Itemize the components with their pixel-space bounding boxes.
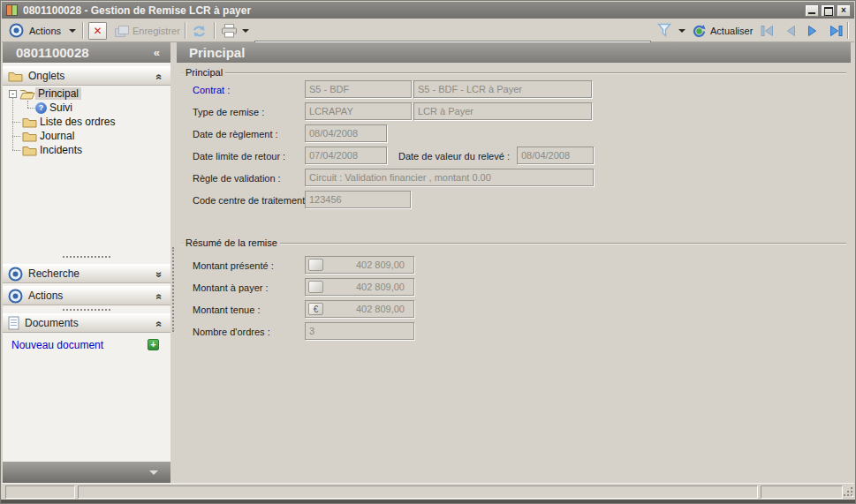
type-remise-name-field: LCR à Payer xyxy=(413,102,592,120)
recherche-target-icon xyxy=(8,267,23,282)
window-title: 0801100028 - Gestion de Remise LCR à pay… xyxy=(23,4,251,17)
chevron-up-icon[interactable]: « xyxy=(154,294,166,300)
actions-menu-button[interactable]: Actions xyxy=(29,26,61,36)
date-valeur-label: Date de valeur du relevé : xyxy=(398,151,510,162)
montant-payer-button[interactable] xyxy=(308,281,323,293)
tree-item-incidents[interactable]: Incidents xyxy=(22,143,85,157)
minimize-icon xyxy=(808,12,815,14)
sidebar-header-title: 0801100028 xyxy=(16,45,89,60)
section-recherche-label: Recherche xyxy=(28,267,80,280)
chevron-up-icon[interactable]: « xyxy=(154,74,166,80)
printer-icon[interactable] xyxy=(221,24,238,38)
montant-payer-label: Montant à payer : xyxy=(193,282,269,293)
nav-next-icon[interactable] xyxy=(807,25,819,37)
tree-connector xyxy=(12,122,20,123)
montant-payer-value: 402 809,00 xyxy=(356,282,405,292)
new-document-link[interactable]: Nouveau document xyxy=(11,339,103,351)
group-resume-title: Résumé de la remise xyxy=(183,237,280,248)
maximize-button[interactable] xyxy=(821,4,835,17)
printer-dropdown-icon[interactable] xyxy=(242,29,249,33)
tree-expander-icon[interactable]: - xyxy=(9,90,17,98)
montant-presente-button[interactable] xyxy=(308,259,323,271)
code-centre-label: Code centre de traitement : xyxy=(193,195,310,206)
tree-item-label: Principal xyxy=(35,87,81,100)
nav-first-icon[interactable] xyxy=(760,25,776,37)
section-actions[interactable]: Actions « xyxy=(3,286,170,305)
actions-target-icon xyxy=(8,289,23,304)
document-icon xyxy=(8,316,19,330)
tree-item-label: Liste des ordres xyxy=(37,116,117,128)
contrat-code-field: S5 - BDF xyxy=(305,80,412,98)
chevron-down-icon[interactable]: » xyxy=(154,272,166,278)
nombre-ordres-field: 3 xyxy=(305,322,414,340)
code-centre-field: 123456 xyxy=(305,191,411,208)
montant-presente-field: 402 809,00 xyxy=(305,256,414,274)
nav-last-icon[interactable] xyxy=(829,25,845,37)
drag-grip[interactable] xyxy=(63,256,110,260)
type-remise-label: Type de remise : xyxy=(193,107,264,117)
status-pane-left xyxy=(5,485,75,499)
filter-icon[interactable] xyxy=(657,23,672,38)
montant-tenue-label: Montant tenue : xyxy=(193,305,260,315)
date-valeur-field: 08/04/2008 xyxy=(517,147,594,164)
resize-grip[interactable] xyxy=(844,487,854,498)
sidebar: Onglets « - Principal ? Suivi Liste des … xyxy=(3,63,170,462)
close-button[interactable]: × xyxy=(837,4,851,17)
montant-presente-label: Montant présenté : xyxy=(193,260,274,271)
euro-currency-button[interactable]: € xyxy=(308,303,323,315)
contrat-label: Contrat : xyxy=(193,85,230,95)
splitter-grip[interactable] xyxy=(172,247,174,332)
sidebar-header: 0801100028 « xyxy=(3,42,170,63)
tree-item-label: Suivi xyxy=(47,102,75,114)
tree-connector xyxy=(27,101,28,108)
section-onglets[interactable]: Onglets « xyxy=(3,66,170,86)
app-window: 0801100028 - Gestion de Remise LCR à pay… xyxy=(0,0,856,504)
section-actions-label: Actions xyxy=(28,290,63,302)
refresh-icon[interactable] xyxy=(692,24,707,39)
window-bottom-edge xyxy=(1,500,855,503)
filter-dropdown-icon[interactable] xyxy=(678,29,686,33)
save-button[interactable]: Enregistrer xyxy=(133,26,180,36)
maximize-icon xyxy=(824,7,833,16)
delete-button[interactable]: ✕ xyxy=(88,22,107,40)
tree-connector xyxy=(12,150,20,151)
sync-icon[interactable] xyxy=(191,25,208,38)
nav-previous-icon[interactable] xyxy=(784,25,797,37)
dropdown-arrow-icon[interactable] xyxy=(149,470,158,475)
save-icon xyxy=(114,25,130,38)
actions-dropdown-icon[interactable] xyxy=(69,29,76,33)
titlebar[interactable]: 0801100028 - Gestion de Remise LCR à pay… xyxy=(2,2,854,19)
plus-icon[interactable]: + xyxy=(148,339,159,350)
date-limite-field: 07/04/2008 xyxy=(305,147,387,164)
contrat-name-field: S5 - BDF - LCR à Payer xyxy=(413,80,592,98)
minimize-button[interactable] xyxy=(805,4,819,17)
actions-target-icon xyxy=(9,23,24,38)
tree-item-label: Journal xyxy=(37,130,77,142)
sidebar-collapse-icon[interactable]: « xyxy=(154,42,160,63)
montant-tenue-value: 402 809,00 xyxy=(356,304,405,314)
folder-icon xyxy=(22,145,37,156)
regle-validation-field: Circuit : Validation financier , montant… xyxy=(305,169,594,186)
section-onglets-label: Onglets xyxy=(28,70,64,82)
folder-open-icon xyxy=(19,88,35,100)
nombre-ordres-label: Nombre d'ordres : xyxy=(193,327,270,337)
chevron-up-icon[interactable]: « xyxy=(154,321,166,327)
group-resume-border xyxy=(182,243,846,244)
sidebar-bottom-bar[interactable] xyxy=(3,462,170,484)
tree-item-principal[interactable]: Principal xyxy=(19,87,81,101)
section-recherche[interactable]: Recherche » xyxy=(3,264,170,283)
status-pane-main xyxy=(78,485,758,499)
date-reglement-label: Date de règlement : xyxy=(193,129,278,139)
montant-tenue-field: € 402 809,00 xyxy=(305,300,414,318)
tree-connector xyxy=(27,108,34,109)
main-header-title: Principal xyxy=(189,45,245,60)
regle-validation-label: Règle de validation : xyxy=(193,173,281,184)
status-bar xyxy=(2,483,854,500)
tree-item-journal[interactable]: Journal xyxy=(22,129,77,143)
tree-item-suivi[interactable]: ? Suivi xyxy=(35,101,75,115)
tree-item-label: Incidents xyxy=(37,144,85,156)
tree-item-liste-des-ordres[interactable]: Liste des ordres xyxy=(22,115,117,129)
refresh-button[interactable]: Actualiser xyxy=(710,26,753,36)
section-documents[interactable]: Documents « xyxy=(3,313,170,333)
tree-connector xyxy=(12,136,20,137)
